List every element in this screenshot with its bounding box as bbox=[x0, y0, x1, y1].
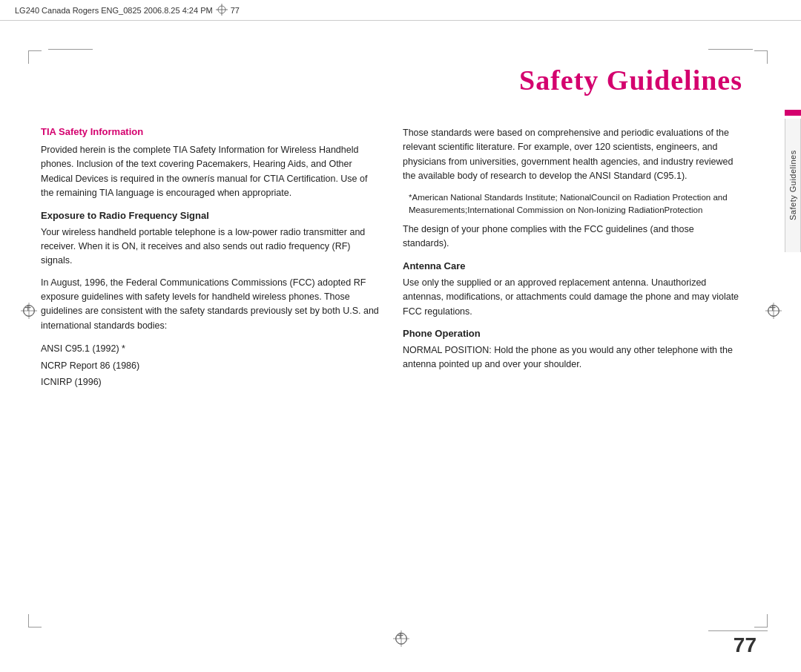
exposure-heading: Exposure to Radio Frequency Signal bbox=[41, 210, 380, 221]
phone-operation-para: NORMAL POSITION: Hold the phone as you w… bbox=[403, 343, 742, 372]
standard-3: ICNIRP (1996) bbox=[41, 374, 380, 391]
svg-point-9 bbox=[396, 633, 406, 644]
right-para-1: Those standards were based on comprehens… bbox=[403, 126, 742, 184]
exposure-para-2: In August, 1996, the Federal Communicati… bbox=[41, 276, 380, 334]
tia-intro-para: Provided herein is the complete TIA Safe… bbox=[41, 143, 380, 201]
two-column-layout: TIA Safety Information Provided herein i… bbox=[41, 126, 742, 391]
header-crosshair bbox=[216, 4, 228, 17]
right-column: Those standards were based on comprehens… bbox=[403, 126, 742, 391]
page-title: Safety Guidelines bbox=[41, 42, 742, 126]
exposure-para-1: Your wireless handheld portable telephon… bbox=[41, 225, 380, 269]
antenna-heading: Antenna Care bbox=[403, 260, 742, 271]
header-page-ref: 77 bbox=[231, 6, 240, 15]
main-content: Safety Guidelines TIA Safety Information… bbox=[0, 42, 783, 635]
page-number: 77 bbox=[734, 633, 756, 657]
phone-operation-heading: Phone Operation bbox=[403, 328, 742, 339]
sidebar-tab-accent bbox=[785, 110, 801, 116]
bottom-divider bbox=[708, 630, 768, 631]
right-note: *American National Standards Institute; … bbox=[403, 191, 742, 217]
standard-1: ANSI C95.1 (1992) * bbox=[41, 340, 380, 358]
standard-2: NCRP Report 86 (1986) bbox=[41, 358, 380, 375]
sidebar-tab: Safety Guidelines bbox=[785, 110, 801, 258]
tia-section-heading: TIA Safety Information bbox=[41, 126, 380, 137]
sidebar-tab-label: Safety Guidelines bbox=[785, 119, 801, 252]
page: Safety Guidelines Safety Guidelines TIA … bbox=[0, 21, 801, 672]
antenna-para: Use only the supplied or an approved rep… bbox=[403, 276, 742, 319]
header-text: LG240 Canada Rogers ENG_0825 2006.8.25 4… bbox=[15, 6, 213, 15]
left-column: TIA Safety Information Provided herein i… bbox=[41, 126, 380, 391]
right-para-2: The design of your phone complies with t… bbox=[403, 223, 742, 251]
header-bar: LG240 Canada Rogers ENG_0825 2006.8.25 4… bbox=[0, 0, 801, 21]
